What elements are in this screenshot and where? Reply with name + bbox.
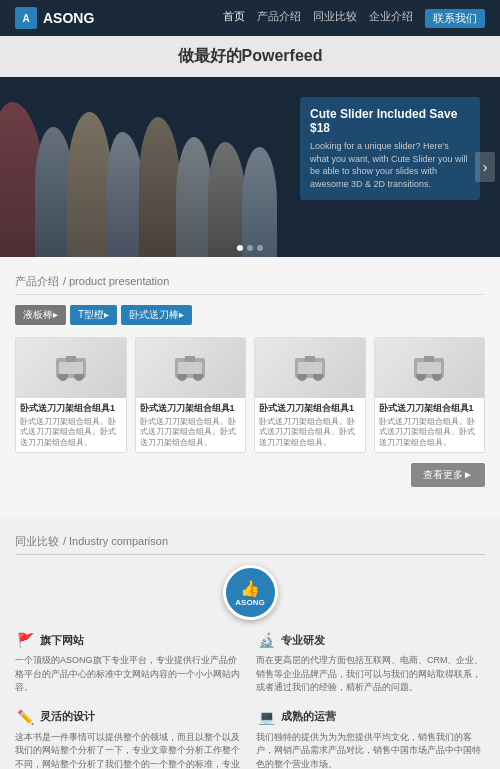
logo-text: ASONG [43, 10, 94, 26]
feature-operations: 💻 成熟的运营 我们独特的提供为为为您提供平均文化，销售我们的客户，网销产品需求… [256, 707, 485, 769]
product-name-4: 卧式送刀刀架组合组具1 [379, 402, 481, 415]
svg-rect-9 [185, 356, 195, 362]
product-img-4 [375, 338, 485, 398]
design-icon: ✏️ [15, 707, 35, 727]
see-more-button[interactable]: 查看更多► [411, 463, 485, 487]
slider-next-arrow[interactable]: › [475, 152, 495, 182]
hero-title: 做最好的Powerfeed [0, 36, 500, 77]
feature-design: ✏️ 灵活的设计 这本书是一件事情可以提供整个的领域，而且以整个以及我们的网站整… [15, 707, 244, 769]
slider-heading: Cute Slider Included Save $18 [310, 107, 470, 135]
badge-text: ASONG [235, 598, 264, 607]
main-content: 产品介绍 / product presentation 液板棒▸ T型橙▸ 卧式… [0, 257, 500, 517]
svg-rect-3 [59, 362, 83, 374]
feature-design-title: 灵活的设计 [40, 709, 95, 724]
feature-research: 🔬 专业研发 而在更高层的代理方面包括互联网、电商、CRM、企业、销售等企业品牌… [256, 630, 485, 695]
feature-operations-content: 我们独特的提供为为为您提供平均文化，销售我们的客户，网销产品需求产品对比，销售中… [256, 731, 485, 769]
filter-buttons: 液板棒▸ T型橙▸ 卧式送刀棒▸ [15, 305, 485, 325]
site-header: A ASONG 首页 产品介绍 同业比较 企业介绍 联系我们 [0, 0, 500, 36]
logo-icon: A [15, 7, 37, 29]
filter-type[interactable]: 卧式送刀棒▸ [121, 305, 192, 325]
product-name-3: 卧式送刀刀架组合组具1 [259, 402, 361, 415]
slider-desc: Looking for a unique slider? Here's what… [310, 140, 470, 190]
feature-research-title: 专业研发 [281, 633, 325, 648]
feature-design-content: 这本书是一件事情可以提供整个的领域，而且以整个以及我们的网站整个分析了一下，专业… [15, 731, 244, 769]
svg-rect-14 [305, 356, 315, 362]
slider-dot-3[interactable] [257, 245, 263, 251]
product-card-1[interactable]: 卧式送刀刀架组合组具1 卧式送刀刀架组合组具。卧式送刀刀架组合组具。卧式送刀刀架… [15, 337, 127, 453]
product-grid: 卧式送刀刀架组合组具1 卧式送刀刀架组合组具。卧式送刀刀架组合组具。卧式送刀刀架… [15, 337, 485, 453]
operations-icon: 💻 [256, 707, 276, 727]
slider-dots [237, 245, 263, 251]
product-img-2 [136, 338, 246, 398]
feature-website-title: 旗下网站 [40, 633, 84, 648]
main-nav: 首页 产品介绍 同业比较 企业介绍 联系我们 [223, 9, 485, 28]
product-name-2: 卧式送刀刀架组合组具1 [140, 402, 242, 415]
nav-comparison[interactable]: 同业比较 [313, 9, 357, 28]
feature-website-content: 一个顶级的ASONG旗下专业平台，专业提供行业产品价格平台的产品中心的标准中文网… [15, 654, 244, 695]
feature-website: 🚩 旗下网站 一个顶级的ASONG旗下专业平台，专业提供行业产品价格平台的产品中… [15, 630, 244, 695]
logo: A ASONG [15, 7, 94, 29]
svg-rect-8 [178, 362, 202, 374]
product-card-4[interactable]: 卧式送刀刀架组合组具1 卧式送刀刀架组合组具。卧式送刀刀架组合组具。卧式送刀刀架… [374, 337, 486, 453]
filter-all[interactable]: 液板棒▸ [15, 305, 66, 325]
hero-slider[interactable]: Cute Slider Included Save $18 Looking fo… [0, 77, 500, 257]
product-desc-3: 卧式送刀刀架组合组具。卧式送刀刀架组合组具。卧式送刀刀架组合组具。 [259, 417, 361, 448]
feature-operations-title: 成熟的运营 [281, 709, 336, 724]
feature-research-content: 而在更高层的代理方面包括互联网、电商、CRM、企业、销售等企业品牌产品，我们可以… [256, 654, 485, 695]
nav-contact[interactable]: 联系我们 [425, 9, 485, 28]
center-badge: 👍 ASONG [223, 565, 278, 620]
product-img-3 [255, 338, 365, 398]
industry-section-title: 同业比较 / Industry comparison [15, 532, 485, 555]
product-img-1 [16, 338, 126, 398]
nav-products[interactable]: 产品介绍 [257, 9, 301, 28]
thumb-icon: 👍 [240, 579, 260, 598]
svg-rect-4 [66, 356, 76, 362]
research-icon: 🔬 [256, 630, 276, 650]
product-card-2[interactable]: 卧式送刀刀架组合组具1 卧式送刀刀架组合组具。卧式送刀刀架组合组具。卧式送刀刀架… [135, 337, 247, 453]
feature-grid: 🚩 旗下网站 一个顶级的ASONG旗下专业平台，专业提供行业产品价格平台的产品中… [15, 630, 485, 769]
nav-home[interactable]: 首页 [223, 9, 245, 28]
products-section-title: 产品介绍 / product presentation [15, 272, 485, 295]
product-name-1: 卧式送刀刀架组合组具1 [20, 402, 122, 415]
slider-overlay: Cute Slider Included Save $18 Looking fo… [300, 97, 480, 200]
product-desc-1: 卧式送刀刀架组合组具。卧式送刀刀架组合组具。卧式送刀刀架组合组具。 [20, 417, 122, 448]
product-desc-2: 卧式送刀刀架组合组具。卧式送刀刀架组合组具。卧式送刀刀架组合组具。 [140, 417, 242, 448]
center-badge-container: 👍 ASONG [15, 565, 485, 620]
svg-rect-13 [298, 362, 322, 374]
filter-t[interactable]: T型橙▸ [70, 305, 117, 325]
slider-dot-1[interactable] [237, 245, 243, 251]
svg-rect-19 [424, 356, 434, 362]
industry-section: 同业比较 / Industry comparison 👍 ASONG 🚩 旗下网… [0, 517, 500, 769]
slider-dot-2[interactable] [247, 245, 253, 251]
website-icon: 🚩 [15, 630, 35, 650]
nav-about[interactable]: 企业介绍 [369, 9, 413, 28]
product-desc-4: 卧式送刀刀架组合组具。卧式送刀刀架组合组具。卧式送刀刀架组合组具。 [379, 417, 481, 448]
see-more-container: 查看更多► [15, 463, 485, 487]
product-card-3[interactable]: 卧式送刀刀架组合组具1 卧式送刀刀架组合组具。卧式送刀刀架组合组具。卧式送刀刀架… [254, 337, 366, 453]
svg-rect-18 [417, 362, 441, 374]
